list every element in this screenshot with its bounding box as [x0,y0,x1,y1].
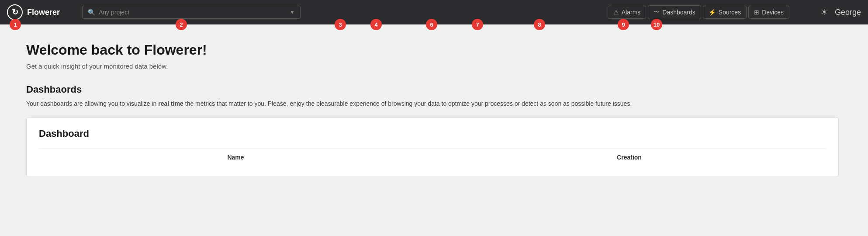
user-icon[interactable]: George [835,8,861,17]
search-icon: 🔍 [88,9,95,16]
nav-devices-label: Devices [762,9,784,16]
annotation-badge-7: 7 [472,19,483,30]
section-description: Your dashboards are allowing you to visu… [26,99,638,108]
username-label: George [835,8,861,17]
nav-alarms-label: Alarms [622,9,641,16]
devices-icon: ⊞ [754,9,759,16]
nav-dashboards-label: Dashboards [662,9,695,16]
nav-item-devices[interactable]: ⊞ Devices [748,6,789,19]
annotation-badge-10: 10 [651,19,662,30]
dashboards-icon: 〜 [654,8,660,16]
project-dropdown-arrow[interactable]: ▼ [290,9,295,15]
alarm-icon: ⚠ [613,9,619,16]
section-title: Dashbaords [26,84,842,95]
card-title: Dashboard [39,128,826,139]
annotation-badge-2: 2 [176,19,187,30]
nav-sources-label: Sources [719,9,741,16]
nav-item-sources[interactable]: ⚡ Sources [703,6,747,19]
section-desc-plain: Your dashboards are allowing you to visu… [26,100,158,107]
main-content: Welcome back to Flowerer! Get a quick in… [0,24,868,194]
brand: ↻ Flowerer [7,4,68,20]
section-desc-rest: the metrics that matter to you. Please, … [183,100,632,107]
navbar: ↻ Flowerer 🔍 ▼ ⚠ Alarms 〜 Dashboards ⚡ S… [0,0,868,24]
annotation-badge-6: 6 [426,19,437,30]
brand-title: Flowerer [27,8,60,17]
annotation-badge-3: 3 [335,19,346,30]
annotation-badge-1: 1 [10,19,21,30]
theme-icon[interactable]: ☀ [821,7,828,17]
dashboard-card: Dashboard Name Creation [26,117,839,177]
nav-right: ☀ George [821,7,861,17]
nav-item-dashboards[interactable]: 〜 Dashboards [648,5,701,19]
table-col-creation: Creation [432,154,826,161]
annotation-badge-8: 8 [534,19,545,30]
annotation-badge-9: 9 [618,19,629,30]
search-container: 🔍 ▼ [82,6,301,19]
nav-item-alarms[interactable]: ⚠ Alarms [608,6,647,19]
table-col-name: Name [39,154,432,161]
section-desc-bold: real time [158,100,183,107]
table-header: Name Creation [39,148,826,166]
welcome-title: Welcome back to Flowerer! [26,42,842,58]
nav-items: ⚠ Alarms 〜 Dashboards ⚡ Sources ⊞ Device… [608,5,789,19]
sources-icon: ⚡ [709,9,716,16]
brand-icon-char: ↻ [12,7,18,17]
annotation-badge-4: 4 [370,19,382,30]
brand-icon: ↻ [7,4,23,20]
search-input[interactable] [99,9,286,16]
welcome-subtitle: Get a quick insight of your monitored da… [26,62,842,70]
